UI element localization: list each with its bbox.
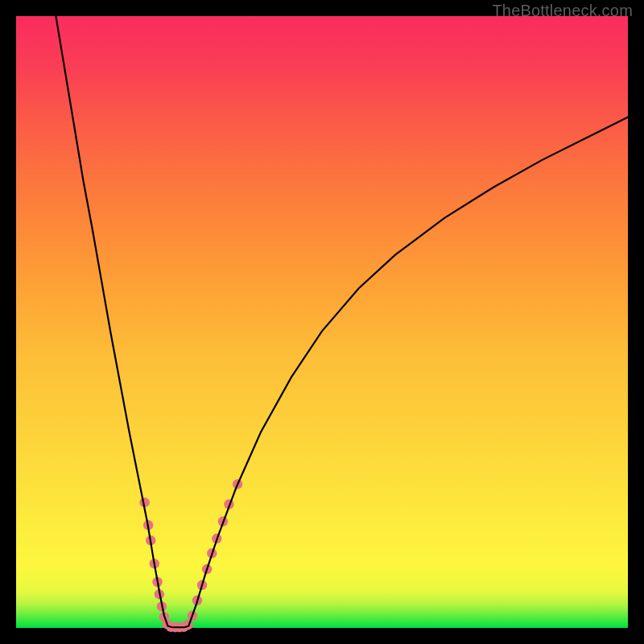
data-marker (183, 620, 192, 630)
bottleneck-curve (56, 16, 628, 627)
chart-frame: TheBottleneck.com (0, 0, 644, 644)
marker-layer (139, 479, 242, 632)
plot-area (16, 16, 628, 628)
curve-svg (16, 16, 628, 628)
